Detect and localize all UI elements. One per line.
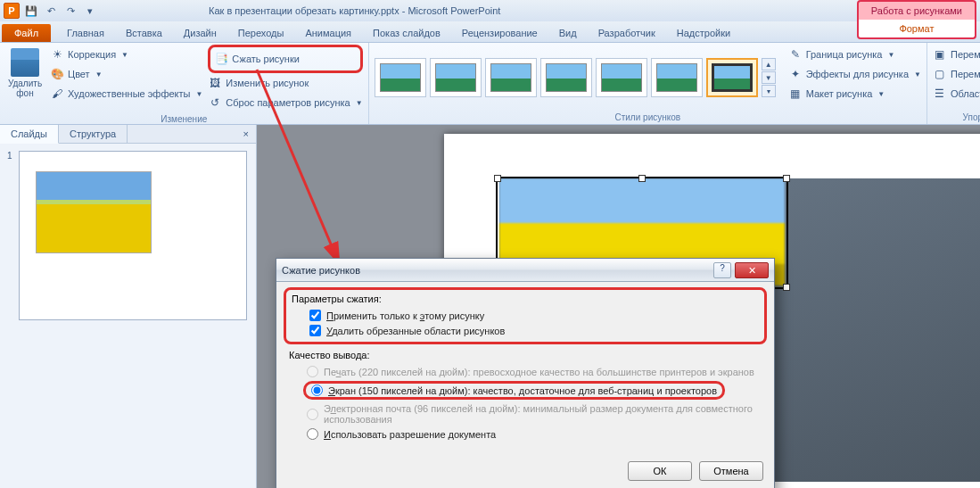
tab-slides[interactable]: Слайды [0,125,59,144]
contextual-tab-group: Работа с рисунками Формат [857,0,976,39]
crop-handle[interactable] [494,175,501,182]
app-icon: P [4,3,20,19]
remove-background-button[interactable]: Удалить фон [5,45,45,112]
quality-document[interactable]: Использовать разрешение документа [289,426,762,442]
change-picture-button[interactable]: 🖼Изменить рисунок [208,73,362,93]
chevron-down-icon: ▼ [195,90,202,98]
radio[interactable] [307,428,318,440]
checkbox[interactable] [309,310,321,321]
layout-label: Макет рисунка [806,88,873,99]
tab-animations[interactable]: Анимация [294,24,362,42]
selection-icon: ☰ [933,87,947,101]
picture-effects-button[interactable]: ✦Эффекты для рисунка▼ [788,64,921,84]
close-button[interactable]: ✕ [735,262,769,278]
chevron-down-icon: ▼ [121,51,128,59]
redo-icon[interactable]: ↷ [62,3,78,19]
color-icon: 🎨 [50,67,64,81]
cancel-button[interactable]: Отмена [699,461,763,481]
tab-format[interactable]: Формат [857,20,976,39]
qat-more-icon[interactable]: ▾ [82,3,98,19]
reset-label: Сброс параметров рисунка [226,97,350,108]
tab-transitions[interactable]: Переходы [227,24,295,42]
tab-insert[interactable]: Вставка [115,24,173,42]
chevron-down-icon: ▼ [95,70,103,79]
artistic-effects-button[interactable]: 🖌Художественные эффекты▼ [50,84,202,103]
apply-only-checkbox[interactable]: Применить только к этому рисунку [292,308,759,323]
style-item[interactable] [540,58,592,97]
border-icon: ✎ [788,47,803,62]
compress-pictures-button[interactable]: 📑Сжать рисунки [214,49,356,69]
gallery-nav: ▲ ▼ ▾ [762,58,776,97]
style-item[interactable] [375,58,426,97]
tab-design[interactable]: Дизайн [173,24,227,42]
compress-dialog: Сжатие рисунков ? ✕ Параметры сжатия: Пр… [276,258,775,488]
color-button[interactable]: 🎨Цвет▼ [50,64,202,84]
group-adjust: Удалить фон ☀Коррекция▼ 🎨Цвет▼ 🖌Художест… [0,43,369,124]
style-item[interactable] [651,58,703,97]
tab-slideshow[interactable]: Показ слайдов [362,24,451,42]
group-adjust-title: Изменение [5,112,363,126]
tab-outline[interactable]: Структура [59,125,128,143]
save-icon[interactable]: 💾 [23,3,39,19]
remove-bg-label: Удалить фон [5,79,45,98]
title-bar: P 💾 ↶ ↷ ▾ Как в презентации обрезать кар… [0,0,980,21]
picture-border-button[interactable]: ✎Граница рисунка▼ [788,45,921,64]
ribbon-tabs: Файл Главная Вставка Дизайн Переходы Ани… [0,21,980,43]
quality-screen-label[interactable]: Экран (150 пикселей на дюйм): качество, … [328,385,717,396]
gallery-up-icon[interactable]: ▲ [762,58,776,70]
chevron-down-icon: ▼ [914,70,921,79]
send-backward-button[interactable]: ▢Переместить назад [933,64,980,84]
compress-highlight: 📑Сжать рисунки [208,45,362,73]
radio [307,409,318,420]
thumb-image [36,171,152,253]
style-item[interactable] [430,58,482,97]
quality-screen-radio[interactable] [311,385,323,396]
group-styles-title: Стили рисунков [375,111,921,124]
delete-cropped-checkbox[interactable]: Удалить обрезанные области рисунков [292,323,759,338]
style-item-selected[interactable] [706,58,758,97]
crop-handle[interactable] [783,175,790,182]
crop-handle[interactable] [638,175,646,182]
corrections-button[interactable]: ☀Коррекция▼ [50,45,202,64]
close-panel-icon[interactable]: × [236,125,256,143]
chevron-down-icon: ▼ [887,51,894,59]
style-item[interactable] [596,58,647,97]
slide-number: 1 [7,151,12,161]
help-button[interactable]: ? [713,262,731,278]
tab-home[interactable]: Главная [56,24,115,42]
dialog-titlebar[interactable]: Сжатие рисунков ? ✕ [276,259,774,282]
forward-label: Переместить вперед [951,49,980,60]
gallery-down-icon[interactable]: ▼ [762,71,776,84]
border-label: Граница рисунка [806,49,883,60]
tab-view[interactable]: Вид [548,24,588,42]
quality-print: Печать (220 пикселей на дюйм): превосход… [289,364,762,379]
section-quality-title: Качество вывода: [289,350,762,360]
tab-review[interactable]: Рецензирование [451,24,548,42]
color-label: Цвет [68,69,90,79]
reset-picture-button[interactable]: ↺Сброс параметров рисунка▼ [208,93,362,112]
backward-label: Переместить назад [951,69,980,79]
quality-screen-highlight: Экран (150 пикселей на дюйм): качество, … [303,381,725,400]
picture-layout-button[interactable]: ▦Макет рисунка▼ [788,84,921,103]
change-label: Изменить рисунок [226,78,309,88]
artistic-icon: 🖌 [50,87,64,101]
style-item[interactable] [485,58,537,97]
undo-icon[interactable]: ↶ [43,3,59,19]
compress-label: Сжать рисунки [232,54,300,64]
reset-icon: ↺ [208,95,222,110]
ribbon: Удалить фон ☀Коррекция▼ 🎨Цвет▼ 🖌Художест… [0,43,980,125]
dialog-buttons: ОК Отмена [276,454,774,488]
window-title: Как в презентации обрезать картинку.pptx… [209,5,500,16]
checkbox[interactable] [309,325,321,336]
tab-addins[interactable]: Надстройки [666,24,741,42]
selection-pane-button[interactable]: ☰Область выделения [933,84,980,103]
slide-thumbnail[interactable] [19,151,247,320]
tab-file[interactable]: Файл [2,24,51,42]
tab-developer[interactable]: Разработчик [588,24,666,42]
gallery-more-icon[interactable]: ▾ [762,85,776,97]
crop-handle[interactable] [783,284,790,291]
radio [307,366,318,377]
ok-button[interactable]: ОК [628,461,692,481]
effects-label: Эффекты для рисунка [806,69,909,79]
bring-forward-button[interactable]: ▣Переместить вперед [933,45,980,64]
